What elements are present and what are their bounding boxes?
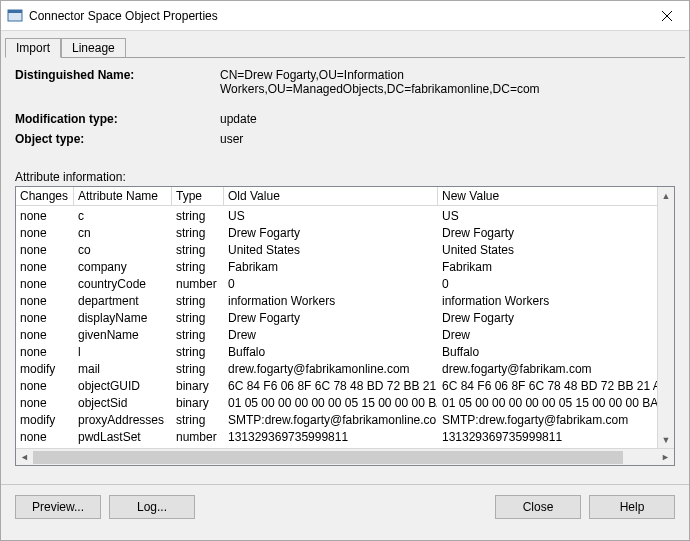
table-row[interactable]: modifymailstringdrew.fogarty@fabrikamonl… bbox=[16, 360, 657, 377]
cell: United States bbox=[438, 241, 657, 258]
table-row[interactable]: noneobjectGUIDbinary6C 84 F6 06 8F 6C 78… bbox=[16, 377, 657, 394]
cell: c bbox=[74, 207, 172, 224]
cell: none bbox=[16, 309, 74, 326]
table-row[interactable]: nonecnstringDrew FogartyDrew Fogarty bbox=[16, 224, 657, 241]
cell: Drew Fogarty bbox=[438, 224, 657, 241]
table-row[interactable]: nonegivenNamestringDrewDrew bbox=[16, 326, 657, 343]
cell: countryCode bbox=[74, 275, 172, 292]
cell: string bbox=[172, 411, 224, 428]
table-row[interactable]: nonecstringUSUS bbox=[16, 207, 657, 224]
cell: none bbox=[16, 241, 74, 258]
table-row[interactable]: nonelstringBuffaloBuffalo bbox=[16, 343, 657, 360]
objtype-label: Object type: bbox=[15, 132, 220, 146]
cell: none bbox=[16, 428, 74, 445]
cell: 01 05 00 00 00 00 00 05 15 00 00 00 BA .… bbox=[224, 394, 438, 411]
cell: 01 05 00 00 00 00 00 05 15 00 00 00 BA bbox=[438, 394, 657, 411]
form-area: Distinguished Name: CN=Drew Fogarty,OU=I… bbox=[1, 58, 689, 152]
col-new-value[interactable]: New Value bbox=[438, 187, 657, 206]
col-changes[interactable]: Changes bbox=[16, 187, 74, 206]
cell: string bbox=[172, 360, 224, 377]
table-row[interactable]: nonecountryCodenumber00 bbox=[16, 275, 657, 292]
cell: none bbox=[16, 343, 74, 360]
cell: pwdLastSet bbox=[74, 428, 172, 445]
scroll-up-icon[interactable]: ▲ bbox=[658, 187, 675, 204]
cell: givenName bbox=[74, 326, 172, 343]
cell: Buffalo bbox=[224, 343, 438, 360]
dn-row: Distinguished Name: CN=Drew Fogarty,OU=I… bbox=[15, 68, 675, 96]
svg-rect-1 bbox=[8, 10, 22, 13]
log-button[interactable]: Log... bbox=[109, 495, 195, 519]
table-row[interactable]: nonedisplayNamestringDrew FogartyDrew Fo… bbox=[16, 309, 657, 326]
grid-body[interactable]: nonecstringUSUSnonecnstringDrew FogartyD… bbox=[16, 207, 657, 448]
cell: US bbox=[224, 207, 438, 224]
grid-header: Changes Attribute Name Type Old Value Ne… bbox=[16, 187, 657, 207]
cell: 131329369735999811 bbox=[438, 428, 657, 445]
attribute-grid: Changes Attribute Name Type Old Value Ne… bbox=[15, 186, 675, 466]
preview-button[interactable]: Preview... bbox=[15, 495, 101, 519]
cell: none bbox=[16, 292, 74, 309]
client-area: Import Lineage Distinguished Name: CN=Dr… bbox=[1, 31, 689, 540]
scroll-down-icon[interactable]: ▼ bbox=[658, 431, 675, 448]
cell: displayName bbox=[74, 309, 172, 326]
cell: 0 bbox=[224, 275, 438, 292]
hscroll-thumb[interactable] bbox=[33, 451, 623, 464]
cell: l bbox=[74, 343, 172, 360]
cell: Drew Fogarty bbox=[224, 309, 438, 326]
cell: string bbox=[172, 258, 224, 275]
table-row[interactable]: nonecompanystringFabrikamFabrikam bbox=[16, 258, 657, 275]
cell: mail bbox=[74, 360, 172, 377]
cell: objectSid bbox=[74, 394, 172, 411]
cell: drew.fogarty@fabrikam.com bbox=[438, 360, 657, 377]
scroll-left-icon[interactable]: ◄ bbox=[16, 449, 33, 466]
cell: company bbox=[74, 258, 172, 275]
cell: string bbox=[172, 343, 224, 360]
button-bar: Preview... Log... Close Help bbox=[1, 484, 689, 531]
close-window-button[interactable] bbox=[644, 1, 689, 31]
scroll-right-icon[interactable]: ► bbox=[657, 449, 674, 466]
cell: binary bbox=[172, 394, 224, 411]
cell: proxyAddresses bbox=[74, 411, 172, 428]
col-attribute[interactable]: Attribute Name bbox=[74, 187, 172, 206]
cell: cn bbox=[74, 224, 172, 241]
cell: string bbox=[172, 241, 224, 258]
table-row[interactable]: modifyproxyAddressesstringSMTP:drew.foga… bbox=[16, 411, 657, 428]
table-row[interactable]: nonepwdLastSetnumber13132936973599981113… bbox=[16, 428, 657, 445]
close-icon bbox=[662, 11, 672, 21]
cell: information Workers bbox=[224, 292, 438, 309]
dn-label: Distinguished Name: bbox=[15, 68, 220, 96]
cell: modify bbox=[16, 360, 74, 377]
col-type[interactable]: Type bbox=[172, 187, 224, 206]
cell: string bbox=[172, 207, 224, 224]
help-button[interactable]: Help bbox=[589, 495, 675, 519]
cell: Buffalo bbox=[438, 343, 657, 360]
cell: binary bbox=[172, 377, 224, 394]
table-row[interactable]: nonedepartmentstringinformation Workersi… bbox=[16, 292, 657, 309]
cell: string bbox=[172, 224, 224, 241]
cell: SMTP:drew.fogarty@fabrikamonline.com bbox=[224, 411, 438, 428]
cell: none bbox=[16, 326, 74, 343]
cell: United States bbox=[224, 241, 438, 258]
horizontal-scrollbar[interactable]: ◄ ► bbox=[16, 448, 674, 465]
hscroll-track[interactable] bbox=[33, 449, 657, 466]
cell: Fabrikam bbox=[438, 258, 657, 275]
cell: none bbox=[16, 224, 74, 241]
cell: none bbox=[16, 377, 74, 394]
vertical-scrollbar[interactable]: ▲ ▼ bbox=[657, 187, 674, 448]
table-row[interactable]: noneobjectSidbinary01 05 00 00 00 00 00 … bbox=[16, 394, 657, 411]
cell: Drew Fogarty bbox=[438, 309, 657, 326]
tab-lineage[interactable]: Lineage bbox=[61, 38, 126, 57]
dn-value: CN=Drew Fogarty,OU=Information Workers,O… bbox=[220, 68, 675, 96]
objtype-row: Object type: user bbox=[15, 132, 675, 146]
tab-strip: Import Lineage bbox=[1, 35, 689, 57]
cell: none bbox=[16, 275, 74, 292]
close-button[interactable]: Close bbox=[495, 495, 581, 519]
table-row[interactable]: nonecostringUnited StatesUnited States bbox=[16, 241, 657, 258]
objtype-value: user bbox=[220, 132, 675, 146]
tab-import[interactable]: Import bbox=[5, 38, 61, 58]
cell: 6C 84 F6 06 8F 6C 78 48 BD 72 BB 21 AF..… bbox=[224, 377, 438, 394]
dialog-window: Connector Space Object Properties Import… bbox=[0, 0, 690, 541]
cell: none bbox=[16, 207, 74, 224]
col-old-value[interactable]: Old Value bbox=[224, 187, 438, 206]
cell: drew.fogarty@fabrikamonline.com bbox=[224, 360, 438, 377]
cell: string bbox=[172, 326, 224, 343]
